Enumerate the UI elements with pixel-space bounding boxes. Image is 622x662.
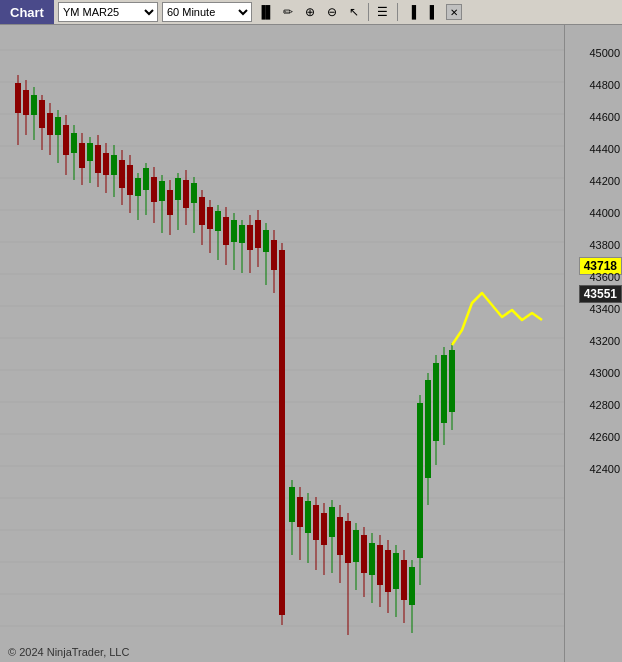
svg-rect-69 xyxy=(207,207,213,229)
svg-rect-125 xyxy=(433,363,439,441)
draw-icon[interactable]: ✏ xyxy=(278,2,298,22)
price-43200: 43200 xyxy=(589,335,620,347)
price-42600: 42600 xyxy=(589,431,620,443)
svg-rect-63 xyxy=(183,180,189,208)
price-45000: 45000 xyxy=(589,47,620,59)
price-43800: 43800 xyxy=(589,239,620,251)
svg-rect-55 xyxy=(151,177,157,202)
price-44800: 44800 xyxy=(589,79,620,91)
svg-rect-123 xyxy=(425,380,431,478)
price-44400: 44400 xyxy=(589,143,620,155)
price-44600: 44600 xyxy=(589,111,620,123)
svg-rect-127 xyxy=(441,355,447,423)
svg-rect-109 xyxy=(369,543,375,575)
zoom-in-icon[interactable]: ⊕ xyxy=(300,2,320,22)
panel-left-icon[interactable]: ▐ xyxy=(402,2,422,22)
svg-rect-61 xyxy=(175,178,181,200)
chart-main: DI30PathEstimator(YM MAR25 (60 Minute)) … xyxy=(0,25,564,662)
svg-rect-129 xyxy=(449,350,455,412)
svg-rect-21 xyxy=(15,83,21,113)
price-42800: 42800 xyxy=(589,399,620,411)
svg-rect-57 xyxy=(159,181,165,201)
svg-rect-85 xyxy=(271,240,277,270)
chart-tab-label: Chart xyxy=(10,5,44,20)
price-43000: 43000 xyxy=(589,367,620,379)
svg-rect-49 xyxy=(127,165,133,195)
svg-rect-35 xyxy=(71,133,77,153)
svg-rect-113 xyxy=(385,550,391,592)
svg-rect-95 xyxy=(313,505,319,540)
price-43600: 43600 xyxy=(589,271,620,283)
toolbar-icons: ▐▌ ✏ ⊕ ⊖ ↖ ☰ ▐ ▌ ✕ xyxy=(256,2,462,22)
svg-rect-71 xyxy=(215,211,221,231)
toolbar: Chart YM MAR25ES MAR25 NQ MAR25 ES MAR25… xyxy=(0,0,622,25)
svg-rect-89 xyxy=(289,487,295,522)
copyright-text: © 2024 NinjaTrader, LLC xyxy=(8,646,129,658)
svg-rect-37 xyxy=(79,143,85,168)
bar-chart-icon[interactable]: ▐▌ xyxy=(256,2,276,22)
svg-rect-31 xyxy=(55,117,61,135)
symbol-select[interactable]: YM MAR25ES MAR25 NQ MAR25 ES MAR25NQ MAR… xyxy=(58,2,158,22)
properties-icon[interactable]: ☰ xyxy=(373,2,393,22)
svg-rect-65 xyxy=(191,183,197,203)
price-43400: 43400 xyxy=(589,303,620,315)
svg-rect-47 xyxy=(119,160,125,188)
svg-rect-79 xyxy=(247,225,253,250)
svg-rect-93 xyxy=(305,501,311,533)
svg-rect-33 xyxy=(63,125,69,155)
svg-rect-51 xyxy=(135,178,141,196)
svg-rect-121 xyxy=(417,403,423,558)
svg-rect-99 xyxy=(329,507,335,537)
svg-rect-111 xyxy=(377,545,383,585)
svg-rect-115 xyxy=(393,553,399,589)
svg-rect-27 xyxy=(39,100,45,128)
svg-rect-119 xyxy=(409,567,415,605)
timeframe-select[interactable]: 60 Minute30 Minute 15 Minute 5 Minute 30… xyxy=(162,2,252,22)
svg-rect-91 xyxy=(297,497,303,527)
svg-rect-107 xyxy=(361,535,367,573)
panel-right-icon[interactable]: ▌ xyxy=(424,2,444,22)
price-44200: 44200 xyxy=(589,175,620,187)
svg-rect-41 xyxy=(95,145,101,173)
toolbar-separator xyxy=(368,3,369,21)
svg-rect-45 xyxy=(111,155,117,175)
svg-rect-105 xyxy=(353,530,359,562)
svg-rect-81 xyxy=(255,220,261,248)
price-42400: 42400 xyxy=(589,463,620,475)
svg-rect-87 xyxy=(279,250,285,615)
svg-rect-101 xyxy=(337,517,343,555)
close-button[interactable]: ✕ xyxy=(446,4,462,20)
svg-rect-67 xyxy=(199,197,205,225)
chart-tab[interactable]: Chart xyxy=(0,0,54,24)
svg-rect-59 xyxy=(167,190,173,215)
svg-rect-77 xyxy=(239,225,245,243)
svg-rect-25 xyxy=(31,95,37,115)
chart-area: DI30PathEstimator(YM MAR25 (60 Minute)) … xyxy=(0,25,622,662)
price-badge-black: 43551 xyxy=(579,285,622,303)
toolbar-separator2 xyxy=(397,3,398,21)
price-44000: 44000 xyxy=(589,207,620,219)
svg-rect-29 xyxy=(47,113,53,135)
svg-rect-75 xyxy=(231,220,237,242)
svg-rect-73 xyxy=(223,217,229,245)
svg-rect-23 xyxy=(23,90,29,115)
zoom-out-icon[interactable]: ⊖ xyxy=(322,2,342,22)
svg-rect-103 xyxy=(345,521,351,563)
svg-rect-43 xyxy=(103,153,109,175)
pointer-icon[interactable]: ↖ xyxy=(344,2,364,22)
svg-rect-53 xyxy=(143,168,149,190)
svg-rect-39 xyxy=(87,143,93,161)
price-axis: 45000 44800 44600 44400 44200 44000 4380… xyxy=(564,25,622,662)
svg-rect-83 xyxy=(263,230,269,252)
chart-canvas[interactable] xyxy=(0,25,564,662)
svg-rect-97 xyxy=(321,513,327,545)
svg-rect-117 xyxy=(401,560,407,600)
